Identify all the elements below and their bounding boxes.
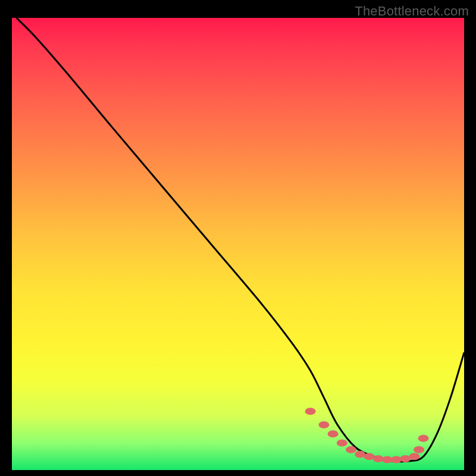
highlight-dot [346, 446, 356, 453]
highlight-dot [328, 430, 339, 437]
highlight-dot [373, 455, 384, 462]
highlight-dot [337, 439, 347, 446]
chart-frame: TheBottleneck.com [0, 0, 476, 476]
highlight-dot [318, 421, 329, 428]
highlight-dots-group [305, 408, 429, 463]
watermark-label: TheBottleneck.com [355, 4, 469, 19]
bottleneck-curve-path [17, 18, 464, 462]
chart-svg [12, 18, 464, 470]
gradient-plot-area [12, 18, 464, 470]
highlight-dot [409, 453, 419, 460]
highlight-dot [305, 408, 316, 415]
highlight-dot [391, 456, 402, 464]
highlight-dot [418, 435, 429, 442]
highlight-dot [414, 446, 424, 453]
